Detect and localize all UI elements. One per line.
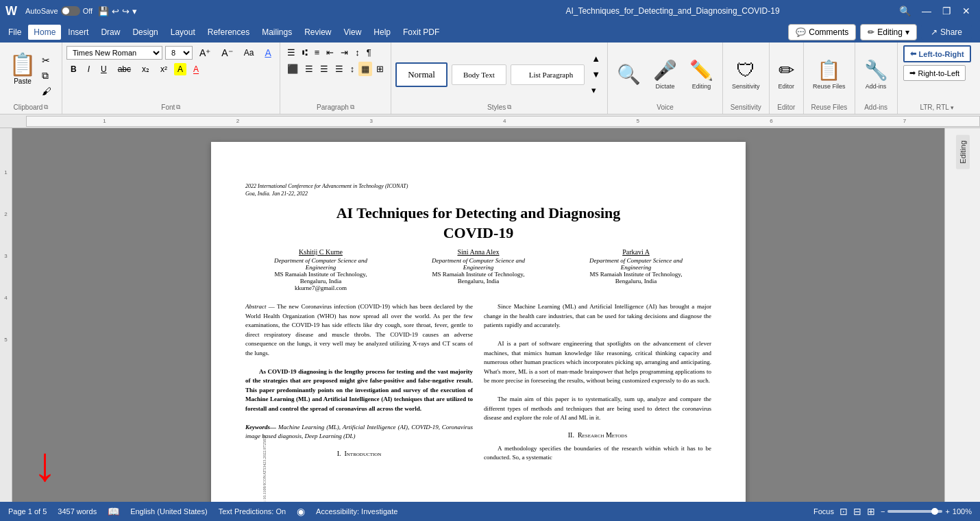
minimize-btn[interactable]: — [918,5,935,16]
menu-design[interactable]: Design [127,25,163,40]
menu-review[interactable]: Review [299,25,336,40]
indent-increase-btn[interactable]: ⇥ [338,45,351,60]
clipboard-expand-icon[interactable]: ⧉ [44,104,48,111]
sensitivity-button[interactable]: 🛡 Sensitivity [728,57,763,92]
autosave-toggle[interactable]: AutoSave Off [25,6,93,16]
autosave-track[interactable] [61,6,80,16]
indent-decrease-btn[interactable]: ⇤ [323,45,336,60]
font-expand-icon[interactable]: ⧉ [176,104,180,111]
cut-icon[interactable]: ✂ [40,54,53,66]
sort-btn[interactable]: ↕ [352,45,363,60]
justify-btn[interactable]: ☰ [332,62,346,76]
styles-expand[interactable]: ▾ [589,83,603,97]
focus-label[interactable]: Focus [813,507,834,516]
style-normal[interactable]: Normal [395,62,448,87]
sensitivity-group-label: Sensitivity [731,104,761,111]
menu-layout[interactable]: Layout [165,25,201,40]
paragraph-expand-icon[interactable]: ⧉ [350,104,354,111]
editing-button[interactable]: ✏ Editing ▾ [860,24,917,40]
close-btn[interactable]: ✕ [958,5,975,16]
paste-button[interactable]: 📋 Paste ✂ ⧉ 🖌 [5,49,56,99]
add-ins-button[interactable]: 🔧 Add-ins [861,57,892,92]
ltr-rtl-group: ⬅ Left-to-Right ➡ Right-to-Left LTR, RTL… [898,43,977,114]
share-button[interactable]: ↗ Share [921,25,972,40]
style-body-text[interactable]: Body Text [452,64,506,85]
format-painter-icon[interactable]: 🖌 [40,85,53,97]
spell-check-icon[interactable]: 📖 [108,506,119,517]
more-icon[interactable]: ▾ [132,6,137,16]
highlight-btn[interactable]: A [174,63,186,75]
undo-icon[interactable]: ↩ [112,6,119,16]
clipboard-label: Clipboard [14,104,43,111]
menu-draw[interactable]: Draw [95,25,125,40]
italic-btn[interactable]: I [84,62,94,76]
copy-icon[interactable]: ⧉ [40,69,53,82]
numbering-btn[interactable]: ⑆ [299,45,310,60]
dictate-button[interactable]: 🎤 Dictate [650,57,681,92]
editor-button[interactable]: ✏ Editor [775,57,798,92]
shading-btn[interactable]: ▦ [358,62,372,76]
save-icon[interactable]: 💾 [98,6,109,16]
font-shrink-btn[interactable]: A⁻ [217,45,236,60]
superscript-btn[interactable]: x² [156,62,171,76]
redo-icon[interactable]: ↪ [122,6,130,16]
menu-file[interactable]: File [3,25,27,40]
layout-icon-1[interactable]: ⊡ [840,506,848,517]
font-color-btn[interactable]: A [189,62,203,76]
layout-icon-2[interactable]: ⊟ [853,506,861,517]
menu-home[interactable]: Home [28,25,61,40]
menu-foxit[interactable]: Foxit PDF [397,25,445,40]
reuse-files-button[interactable]: 📋 Reuse Files [809,57,849,92]
reuse-files-group-label: Reuse Files [811,104,847,111]
sensitivity-icon: 🛡 [736,59,755,82]
ltr-rtl-expand-icon[interactable]: ▾ [951,104,954,111]
accessibility[interactable]: Accessibility: Investigate [316,507,397,516]
editing-icon: ✏️ [689,59,713,82]
ruler-mark-3: 3 [4,253,7,259]
status-icon[interactable]: ◉ [297,506,305,517]
pilcrow-btn[interactable]: ¶ [364,45,374,60]
layout-icon-3[interactable]: ⊞ [867,506,875,517]
align-center-btn[interactable]: ☰ [302,62,316,76]
bullets-btn[interactable]: ☰ [284,45,298,60]
menu-mailings[interactable]: Mailings [256,25,297,40]
strikethrough-btn[interactable]: abc [114,62,135,76]
rtl-button[interactable]: ➡ Right-to-Left [903,65,966,81]
line-spacing-btn[interactable]: ↕ [347,62,358,76]
search-button[interactable]: 🔍 [613,61,644,88]
zoom-in-icon[interactable]: + [945,507,949,516]
styles-scroll-up[interactable]: ▲ [589,51,603,66]
align-right-btn[interactable]: ☰ [317,62,331,76]
align-left-btn[interactable]: ⬛ [284,62,301,76]
author-1-email: kkurne7@gmail.com [245,284,396,291]
menu-help[interactable]: Help [368,25,396,40]
subscript-btn[interactable]: x₂ [138,62,154,76]
bold-btn[interactable]: B [66,62,81,76]
font-size-select[interactable]: 8 [165,46,193,60]
multilevel-btn[interactable]: ≡ [312,45,323,60]
search-icon[interactable]: 🔍 [895,5,915,16]
comments-button[interactable]: 💬 Comments [788,24,856,40]
zoom-slider[interactable] [887,510,942,513]
editing-ribbon-button[interactable]: ✏️ Editing [686,57,717,92]
document-page[interactable]: © 2022 IEEE | DOI: 10.1109/ICONAT53423.2… [211,142,746,502]
underline-btn[interactable]: U [97,62,111,76]
styles-expand-icon[interactable]: ⧉ [507,104,511,111]
style-list-paragraph[interactable]: List Paragraph [511,64,585,85]
font-grow-btn[interactable]: A⁺ [195,45,215,60]
font-case-btn[interactable]: Aa [240,46,258,60]
font-name-select[interactable]: Times New Roman [66,46,162,60]
ltr-button[interactable]: ⬅ Left-to-Right [903,45,971,62]
styles-scroll-down[interactable]: ▼ [589,67,603,82]
menu-view[interactable]: View [339,25,367,40]
editing-sidebar[interactable]: Editing [956,135,970,169]
window-controls: 🔍 — ❐ ✕ [895,5,975,16]
menu-references[interactable]: References [202,25,255,40]
menu-insert[interactable]: Insert [62,25,94,40]
font-color-clear-btn[interactable]: A [260,45,275,60]
restore-btn[interactable]: ❐ [938,5,955,16]
word-logo: W [5,4,17,19]
zoom-out-icon[interactable]: − [881,507,885,516]
borders-btn[interactable]: ⊞ [373,62,387,76]
sensitivity-label: Sensitivity [732,83,760,90]
